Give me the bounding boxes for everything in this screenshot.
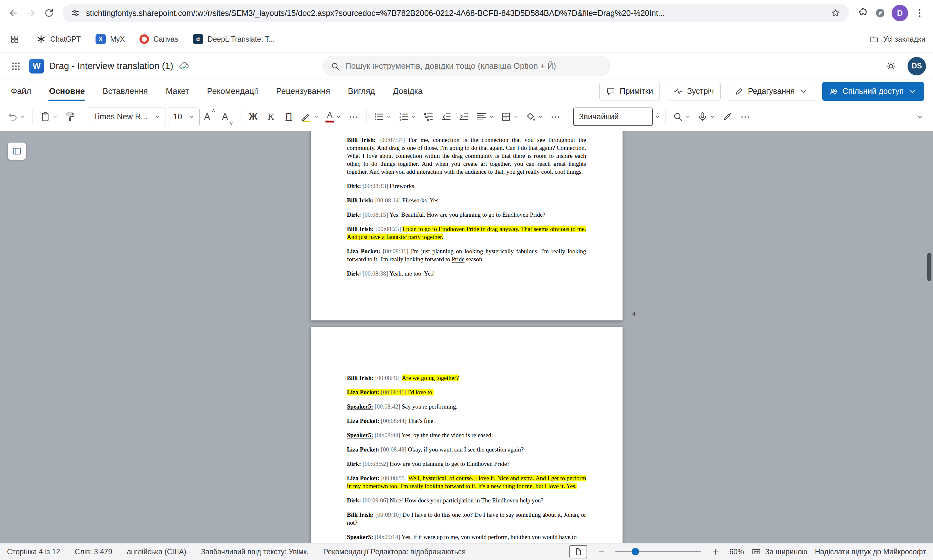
find-button[interactable]	[670, 107, 693, 126]
browser-profile-avatar[interactable]: D	[891, 5, 908, 21]
transcript-text: Okay, if you want, can I see the questio…	[408, 446, 523, 453]
undo-button[interactable]	[5, 107, 28, 126]
zoom-out-button[interactable]	[595, 545, 608, 558]
bookmark-deepl[interactable]: d DeepL Translate: T...	[193, 34, 275, 44]
document-page-5[interactable]: Billi Irish: [00:08:40] Are we going tog…	[311, 327, 623, 543]
extension-leaf-button[interactable]	[871, 4, 889, 22]
tab-layout[interactable]: Макет	[163, 80, 191, 103]
paste-button[interactable]	[38, 107, 60, 126]
comments-button[interactable]: Примітки	[599, 82, 660, 101]
site-settings-icon[interactable]	[71, 8, 80, 18]
tab-file[interactable]: Файл	[9, 80, 33, 103]
timestamp: [00:08:44]	[379, 417, 407, 424]
timestamp: [00:08:15]	[361, 211, 389, 218]
meet-button[interactable]: Зустріч	[667, 82, 720, 101]
bookmark-label: Canvas	[153, 35, 178, 44]
page-view-toggle[interactable]	[569, 545, 587, 558]
tab-references[interactable]: Рекомендації	[205, 80, 260, 103]
shading-button[interactable]	[523, 107, 546, 126]
styles-combobox[interactable]: Звичайний	[573, 108, 653, 126]
divider	[665, 109, 666, 124]
borders-button[interactable]	[498, 107, 521, 126]
zoom-in-button[interactable]	[709, 545, 722, 558]
tab-review[interactable]: Рецензування	[274, 80, 332, 103]
font-color-button[interactable]: A	[323, 107, 344, 126]
predictive-text-status[interactable]: Завбачливий ввід тексту: Увімк.	[201, 548, 308, 556]
tab-help[interactable]: Довідка	[391, 80, 425, 103]
transcript-paragraph: Dirk: [00:09:06] Nice! How does your par…	[347, 496, 586, 504]
bullets-button[interactable]	[371, 107, 394, 126]
shrink-font-button[interactable]: A˅	[219, 107, 235, 126]
browser-menu-button[interactable]	[911, 4, 928, 22]
transcript-paragraph: Liza Pocket: [00:08:41] I'd love to.	[347, 388, 586, 396]
word-count-status[interactable]: Слів: 3 479	[75, 548, 113, 556]
multilevel-list-button[interactable]	[420, 107, 436, 126]
tab-view[interactable]: Вигляд	[346, 80, 377, 103]
tab-insert[interactable]: Вставлення	[100, 80, 150, 103]
italic-button[interactable]: К	[263, 107, 279, 126]
format-painter-button[interactable]	[62, 107, 78, 126]
alignment-button[interactable]	[474, 107, 497, 126]
more-toolbar-options-button[interactable]: ⋯	[737, 107, 753, 126]
search-input[interactable]	[345, 61, 603, 71]
grow-font-button[interactable]: A˄	[202, 107, 217, 126]
bookmark-canvas[interactable]: Canvas	[139, 34, 178, 44]
settings-button[interactable]	[882, 57, 900, 75]
zoom-level[interactable]: 60%	[729, 548, 744, 556]
numbering-button[interactable]: 123	[396, 107, 418, 126]
zoom-slider[interactable]	[615, 551, 701, 552]
bookmark-star-icon[interactable]	[830, 8, 840, 18]
account-avatar[interactable]: DS	[908, 57, 926, 75]
chevron-down-icon	[336, 114, 341, 120]
share-button[interactable]: Спільний доступ	[822, 82, 924, 101]
zoom-slider-thumb[interactable]	[632, 548, 639, 555]
language-status[interactable]: англійська (США)	[127, 548, 186, 556]
address-bar[interactable]: stichtingfontys.sharepoint.com/:w:/r/sit…	[62, 4, 849, 22]
align-left-icon	[476, 111, 487, 122]
collapse-ribbon-button[interactable]	[912, 107, 928, 126]
speaker-name: Dirk:	[347, 270, 361, 277]
app-launcher-button[interactable]	[7, 57, 25, 75]
reload-button[interactable]	[40, 4, 58, 22]
tab-home[interactable]: Основне	[47, 80, 86, 103]
decrease-indent-button[interactable]	[438, 107, 454, 126]
font-size-combobox[interactable]: 10	[168, 108, 200, 126]
fit-width-button[interactable]: За шириною	[751, 547, 807, 557]
chevron-down-icon	[52, 114, 58, 120]
pulse-icon	[674, 86, 683, 96]
forward-button[interactable]	[22, 4, 40, 22]
feedback-link[interactable]: Надіслати відгук до Майкрософт	[815, 548, 926, 556]
editor-button[interactable]	[719, 107, 735, 126]
transcript-text: What I love about	[347, 152, 395, 159]
increase-indent-button[interactable]	[456, 107, 472, 126]
editing-mode-button[interactable]: Редагування	[728, 82, 815, 101]
all-bookmarks-button[interactable]: Усі закладки	[869, 34, 925, 44]
styles-chevron-icon[interactable]	[655, 114, 660, 120]
more-paragraph-options-button[interactable]: ⋯	[547, 107, 563, 126]
canvas-icon	[139, 34, 149, 44]
document-page-4[interactable]: 4 Billi Irish: [00:07:37] For me, connec…	[311, 131, 623, 320]
text-highlight-button[interactable]	[299, 107, 321, 126]
navigation-pane-toggle[interactable]	[8, 143, 26, 160]
transcript-paragraph: Dirk: [00:08:38] Yeah, me too. Yes!	[347, 269, 586, 277]
transcript-text: season.	[464, 256, 484, 263]
saved-cloud-check-icon[interactable]	[178, 60, 190, 72]
transcript-text: Say you're performing.	[402, 403, 458, 410]
apps-shortcut-button[interactable]	[8, 32, 22, 46]
bold-button[interactable]: Ж	[245, 107, 261, 126]
back-button[interactable]	[5, 4, 22, 22]
outdent-icon	[441, 111, 452, 122]
underline-button[interactable]: П	[281, 107, 297, 126]
editor-suggestions-status[interactable]: Рекомендації Редактора: відображаються	[323, 548, 466, 556]
document-title[interactable]: Drag - Interview translation (1)	[49, 61, 173, 71]
extensions-button[interactable]	[853, 4, 871, 22]
more-font-options-button[interactable]: ⋯	[345, 107, 361, 126]
page-count-status[interactable]: Сторінка 4 із 12	[7, 548, 60, 556]
word-logo[interactable]: W	[29, 59, 44, 74]
search-box[interactable]	[323, 56, 610, 76]
dictate-button[interactable]	[695, 107, 717, 126]
vertical-scrollbar-thumb[interactable]	[927, 253, 931, 281]
bookmark-chatgpt[interactable]: ChatGPT	[36, 34, 81, 44]
bookmark-myx[interactable]: X MyX	[96, 34, 125, 44]
font-name-combobox[interactable]: Times New R...	[88, 108, 166, 126]
